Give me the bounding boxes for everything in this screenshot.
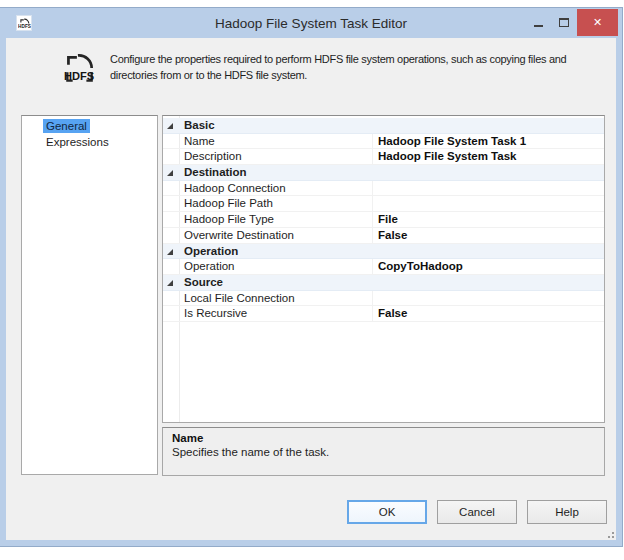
grid-property-row[interactable]: Overwrite DestinationFalse: [163, 228, 604, 244]
hdfs-icon: HDFS: [60, 49, 98, 87]
property-value[interactable]: False: [373, 228, 604, 243]
grid-row-margin: [163, 118, 179, 133]
grid-row-margin: [163, 149, 179, 164]
sidebar-item-label: Expressions: [43, 135, 112, 149]
grid-row-margin: [163, 228, 179, 243]
maximize-button[interactable]: [551, 9, 577, 36]
help-pane-text: Specifies the name of the task.: [172, 446, 595, 458]
property-help-pane: Name Specifies the name of the task.: [162, 427, 605, 476]
category-expanded-icon[interactable]: [167, 170, 173, 176]
grid-property-row[interactable]: OperationCopyToHadoop: [163, 259, 604, 275]
property-value[interactable]: [373, 291, 604, 306]
grid-property-row[interactable]: NameHadoop File System Task 1: [163, 134, 604, 150]
page-list[interactable]: GeneralExpressions: [21, 115, 158, 475]
property-grid[interactable]: BasicNameHadoop File System Task 1Descri…: [162, 115, 605, 423]
resize-grip[interactable]: [604, 528, 614, 538]
grid-row-margin: [163, 181, 179, 196]
grid-row-margin: [163, 165, 179, 180]
grid-category-row[interactable]: Source: [163, 275, 604, 291]
hdfs-icon-label: HDFS: [64, 70, 94, 82]
grid-row-margin: [163, 291, 179, 306]
sidebar-item-general[interactable]: General: [22, 119, 157, 135]
property-name: Hadoop File Path: [179, 196, 373, 211]
property-value[interactable]: File: [373, 212, 604, 227]
property-name: Operation: [179, 259, 373, 274]
grid-category-row[interactable]: Basic: [163, 118, 604, 134]
grid-row-margin: [163, 134, 179, 149]
property-name: Hadoop File Type: [179, 212, 373, 227]
minimize-button[interactable]: [525, 9, 551, 36]
category-expanded-icon[interactable]: [167, 249, 173, 255]
grid-property-row[interactable]: Is RecursiveFalse: [163, 306, 604, 322]
property-name: Is Recursive: [179, 306, 373, 321]
maximize-icon: [559, 18, 569, 27]
property-name: Hadoop Connection: [179, 181, 373, 196]
property-name: Local File Connection: [179, 291, 373, 306]
grid-row-margin: [163, 306, 179, 321]
grid-row-margin: [163, 275, 179, 290]
help-button[interactable]: Help: [527, 500, 607, 524]
property-name: Overwrite Destination: [179, 228, 373, 243]
hadoop-task-editor-dialog: HDFS Hadoop File System Task Editor ✕: [0, 8, 622, 546]
grid-property-row[interactable]: Hadoop File Path: [163, 196, 604, 212]
grid-row-margin: [163, 244, 179, 259]
category-label: Destination: [179, 165, 373, 180]
grid-property-row[interactable]: Hadoop File TypeFile: [163, 212, 604, 228]
grid-property-row[interactable]: Local File Connection: [163, 291, 604, 307]
grid-property-row[interactable]: DescriptionHadoop File System Task: [163, 149, 604, 165]
dialog-description: Configure the properties required to per…: [110, 52, 598, 83]
category-expanded-icon[interactable]: [167, 280, 173, 286]
cancel-button[interactable]: Cancel: [437, 500, 517, 524]
close-icon: ✕: [593, 16, 602, 29]
help-pane-title: Name: [172, 432, 595, 444]
close-button[interactable]: ✕: [577, 9, 618, 36]
property-value[interactable]: [373, 181, 604, 196]
grid-category-row[interactable]: Operation: [163, 244, 604, 260]
property-value[interactable]: False: [373, 306, 604, 321]
grid-row-margin: [163, 196, 179, 211]
titlebar[interactable]: HDFS Hadoop File System Task Editor ✕: [0, 8, 622, 38]
sidebar-item-expressions[interactable]: Expressions: [22, 135, 157, 151]
property-value[interactable]: Hadoop File System Task 1: [373, 134, 604, 149]
property-value[interactable]: Hadoop File System Task: [373, 149, 604, 164]
dialog-buttons: OK Cancel Help: [347, 500, 607, 524]
grid-row-margin: [163, 259, 179, 274]
ok-button[interactable]: OK: [347, 500, 427, 524]
property-value[interactable]: [373, 196, 604, 211]
window-controls: ✕: [525, 9, 618, 36]
property-value[interactable]: CopyToHadoop: [373, 259, 604, 274]
category-label: Operation: [179, 244, 373, 259]
header-banner: HDFS Configure the properties required t…: [6, 38, 616, 112]
grid-category-row[interactable]: Destination: [163, 165, 604, 181]
sidebar-item-label: General: [43, 119, 90, 133]
category-expanded-icon[interactable]: [167, 123, 173, 129]
property-name: Description: [179, 149, 373, 164]
category-label: Basic: [179, 118, 373, 133]
grid-property-row[interactable]: Hadoop Connection: [163, 181, 604, 197]
minimize-icon: [534, 25, 543, 27]
property-name: Name: [179, 134, 373, 149]
category-label: Source: [179, 275, 373, 290]
screen: HDFS Hadoop File System Task Editor ✕: [0, 0, 624, 560]
grid-row-margin: [163, 212, 179, 227]
dialog-client-area: HDFS Configure the properties required t…: [6, 38, 616, 540]
